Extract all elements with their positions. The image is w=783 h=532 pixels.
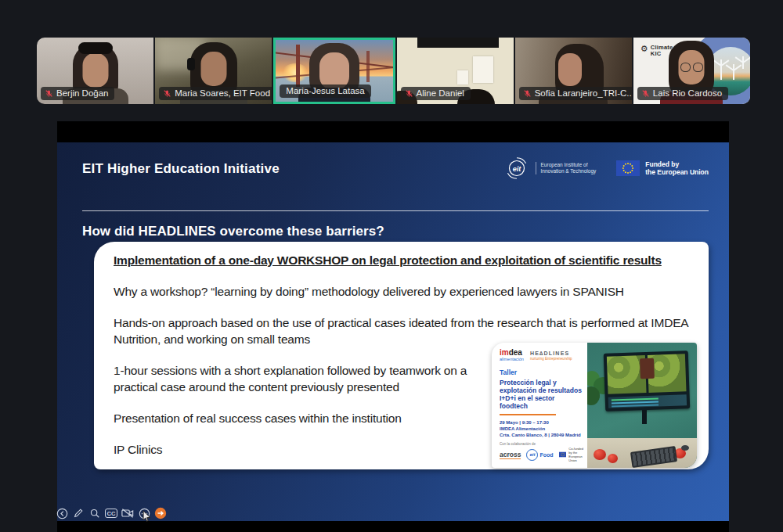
eu-cofunded-text: Co-funded by the European Union [568, 447, 586, 462]
mic-muted-icon [45, 89, 53, 98]
content-paragraph: Presentation of real success cases withi… [114, 410, 475, 426]
content-paragraph: 1-hour sessions with a short explanation… [114, 362, 475, 395]
slide-content-box: Implementation of a one-day WORKSHOP on … [94, 242, 709, 469]
eu-cofunded-line: Co-funded by the [568, 447, 586, 455]
content-paragraph: Why a workshop? “learning by doing” meth… [114, 283, 696, 300]
participant-name: Sofia Laranjeiro_TRI-C... [535, 88, 632, 98]
video-background [78, 42, 113, 54]
participant-name-badge: Maria Soares, EIT Food [159, 87, 272, 100]
eit-caption-line: European Institute of [541, 162, 597, 168]
imdea-logo-subtext: alimentación [500, 356, 524, 363]
headlines-logo-subtext: nurturing Entrepreneurship [530, 356, 572, 361]
eu-funded-line: the European Union [645, 168, 709, 177]
video-background [282, 63, 309, 82]
mic-muted-icon [405, 89, 413, 98]
headlines-logo-text: HE∆DLINES [530, 350, 572, 356]
monitor-toolbar [608, 394, 687, 408]
mic-muted-icon [641, 89, 650, 98]
participant-tile-aline-daniel[interactable]: Aline Daniel [397, 38, 514, 104]
video-thumbnail-strip: Berjin Doğan Maria Soares, EIT Food Mari… [37, 38, 750, 104]
wind-turbine [733, 64, 734, 80]
eit-food-logo-circle: eit [526, 449, 538, 461]
flyer-orange-divider [500, 414, 556, 415]
eu-flag-icon [616, 160, 640, 176]
svg-text:eit: eit [512, 165, 521, 173]
cc-label: CC [105, 509, 117, 518]
video-background [82, 53, 108, 88]
workshop-flyer: imdea alimentación HE∆DLINES nurturing E… [492, 343, 697, 468]
headlines-logo: HE∆DLINES nurturing Entrepreneurship [530, 349, 572, 361]
camera-off-icon[interactable] [121, 507, 134, 519]
video-background [473, 56, 493, 83]
header-divider [82, 210, 709, 211]
flyer-lab-photo [587, 343, 697, 468]
across-logo: across [500, 451, 521, 459]
eu-funded-text: Funded by the European Union [645, 160, 709, 177]
monitor-stand [642, 410, 647, 424]
content-box-heading: Implementation of a one-day WORKSHOP on … [114, 252, 696, 268]
eit-caption-line: Innovation & Technology [541, 168, 597, 174]
wind-turbine [720, 59, 722, 80]
closed-captions-icon[interactable]: CC [105, 507, 117, 519]
glasses [680, 63, 691, 72]
headset [187, 58, 195, 70]
mic-muted-icon [163, 89, 171, 98]
screen-share-area: EIT Higher Education Initiative eit Euro… [57, 121, 729, 532]
zoom-icon[interactable] [88, 507, 101, 519]
eit-logo: eit European Institute of Innovation & T… [503, 155, 597, 182]
participant-name-badge: Sofia Laranjeiro_TRI-C... [519, 87, 632, 100]
participant-name-badge: Berjin Doğan [41, 87, 114, 100]
monitor [604, 350, 691, 412]
flyer-event-datetime: 29 Mayo | 9:30 – 17:30 [500, 419, 584, 426]
slide-logos: eit European Institute of Innovation & T… [503, 155, 709, 182]
participant-name: Berjin Doğan [56, 88, 108, 98]
slide-section-title: How did HEADLINES overcome these barrier… [82, 224, 384, 239]
mic-muted-icon [523, 89, 532, 98]
participant-name: Lais Rio Cardoso [653, 88, 722, 98]
participant-tile-lais-rio-cardoso[interactable]: ⚙ Climate KIC Lais Rio Cardoso [633, 38, 750, 104]
video-background [366, 51, 370, 82]
flyer-event-venue: IMDEA Alimentación [500, 426, 584, 432]
participant-name-badge: Aline Daniel [401, 87, 471, 100]
flyer-collab-label: Con la colaboración de [500, 442, 584, 446]
eu-cofunded-logo: Co-funded by the European Union [559, 447, 586, 462]
flyer-text-column: imdea alimentación HE∆DLINES nurturing E… [492, 343, 587, 468]
video-background [296, 45, 300, 87]
participant-name-badge: Lais Rio Cardoso [637, 87, 728, 100]
flyer-event-address: Crta. Canto Blanco, 8 | 28049 Madrid [500, 432, 584, 438]
wind-turbine [742, 56, 744, 69]
sample-image [640, 358, 655, 379]
video-background [200, 52, 226, 86]
tomato [608, 454, 618, 463]
participant-name-badge: Maria-Jesus Latasa [280, 84, 370, 98]
glasses [693, 63, 703, 72]
flyer-logos: imdea alimentación HE∆DLINES nurturing E… [500, 349, 584, 363]
participant-tile-berjin-dogan[interactable]: Berjin Doğan [37, 38, 153, 104]
eit-logo-icon: eit [503, 155, 530, 182]
slide-header-title: EIT Higher Education Initiative [82, 161, 280, 177]
participant-tile-maria-soares[interactable]: Maria Soares, EIT Food [155, 38, 272, 104]
eu-funded-logo: Funded by the European Union [616, 160, 709, 177]
video-background [457, 70, 468, 84]
video-background [558, 53, 582, 86]
eit-food-logo: eit Food [526, 449, 553, 461]
participant-name: Maria Soares, EIT Food [175, 88, 270, 98]
participant-name: Maria-Jesus Latasa [286, 86, 364, 95]
eu-cofunded-line: European Union [568, 455, 586, 462]
flyer-event-type: Taller [500, 368, 584, 376]
meeting-window: { "colors": { "active_speaker_border": "… [0, 0, 783, 532]
annotate-pen-icon[interactable] [72, 507, 85, 519]
computer-mouse [681, 445, 689, 451]
tomato [594, 449, 606, 460]
swap-windows-icon[interactable] [154, 507, 167, 519]
back-icon[interactable] [56, 507, 68, 519]
presentation-slide: EIT Higher Education Initiative eit Euro… [57, 142, 729, 521]
mouse-cursor [143, 510, 151, 523]
participant-tile-maria-jesus-latasa-active-speaker[interactable]: Maria-Jesus Latasa [273, 38, 395, 104]
imdea-alimentacion-logo: imdea alimentación [500, 349, 524, 363]
eit-food-logo-text: Food [539, 452, 553, 458]
climate-kic-logo-icon: ⚙ [640, 44, 648, 54]
flyer-event-title: Protección legal y explotación de result… [500, 379, 584, 410]
video-background [417, 38, 499, 48]
participant-tile-sofia-laranjeiro[interactable]: Sofia Laranjeiro_TRI-C... [515, 38, 632, 104]
